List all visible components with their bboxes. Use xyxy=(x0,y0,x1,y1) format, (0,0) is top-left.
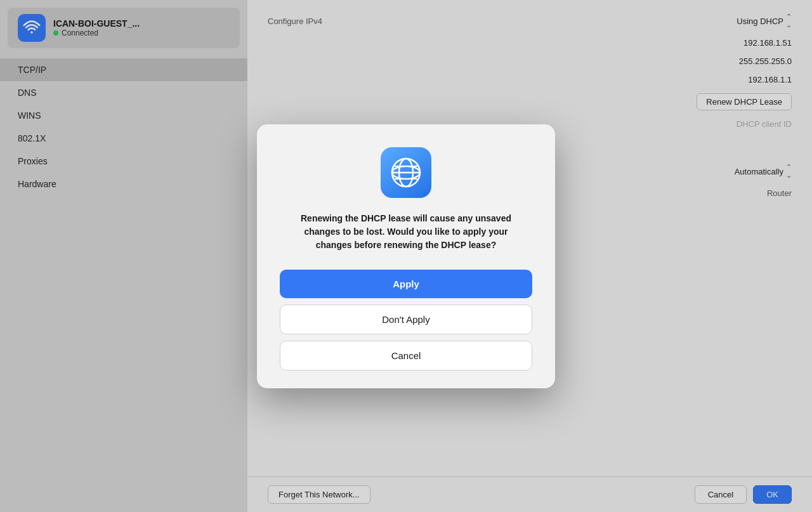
modal-message: Renewing the DHCP lease will cause any u… xyxy=(298,212,514,252)
app-window: ICAN-BOI-GUEST_... Connected TCP/IP DNS … xyxy=(0,0,812,512)
dont-apply-button[interactable]: Don't Apply xyxy=(280,305,532,334)
dhcp-dialog: Renewing the DHCP lease will cause any u… xyxy=(257,124,555,388)
globe-icon xyxy=(390,156,422,189)
modal-overlay: Renewing the DHCP lease will cause any u… xyxy=(0,0,812,512)
cancel-button[interactable]: Cancel xyxy=(280,341,532,371)
modal-icon xyxy=(381,147,431,198)
modal-buttons: Apply Don't Apply Cancel xyxy=(280,270,532,371)
globe-icon-bg xyxy=(381,147,431,198)
apply-button[interactable]: Apply xyxy=(280,270,532,298)
